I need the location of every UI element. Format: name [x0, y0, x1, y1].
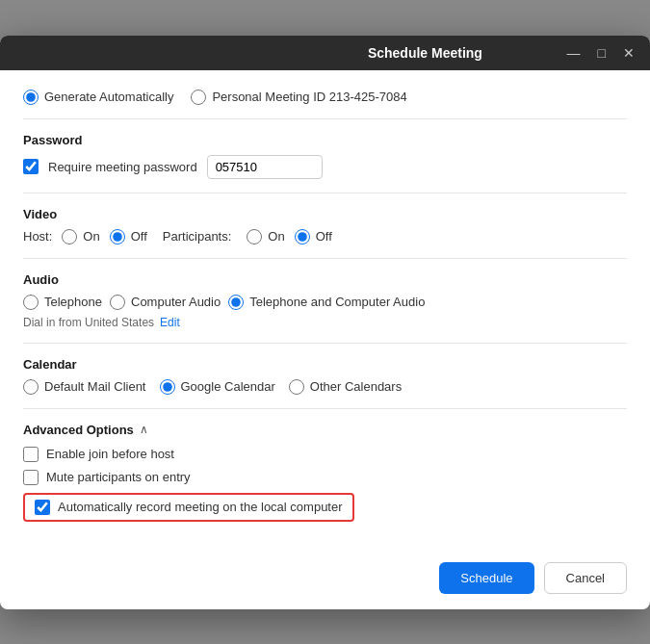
footer: Schedule Cancel — [0, 551, 650, 609]
auto-record-highlighted: Automatically record meeting on the loca… — [23, 493, 354, 522]
auto-record-label: Automatically record meeting on the loca… — [58, 500, 343, 514]
participants-off-label: Off — [316, 229, 332, 244]
titlebar-controls: — □ ✕ — [563, 44, 638, 62]
mute-participants-label: Mute participants on entry — [46, 470, 191, 484]
google-calendar-label: Google Calendar — [181, 379, 275, 394]
mute-participants-row: Mute participants on entry — [23, 470, 627, 485]
host-label: Host: — [23, 229, 52, 244]
advanced-options-section: Advanced Options ∧ Enable join before ho… — [23, 423, 627, 535]
default-mail-group: Default Mail Client — [23, 379, 146, 395]
meeting-id-row: Generate Automatically Personal Meeting … — [23, 90, 627, 105]
calendar-section-label: Calendar — [23, 357, 627, 372]
minimize-button[interactable]: — — [563, 44, 585, 62]
meeting-id-section: Generate Automatically Personal Meeting … — [23, 90, 627, 119]
enable-join-checkbox[interactable] — [23, 447, 39, 462]
maximize-button[interactable]: □ — [594, 44, 610, 62]
dial-in-text: Dial in from United States — [23, 316, 154, 329]
default-mail-radio[interactable] — [23, 379, 39, 395]
generate-automatically-group: Generate Automatically — [23, 90, 173, 105]
calendar-section: Calendar Default Mail Client Google Cale… — [23, 357, 627, 409]
participants-off-group: Off — [295, 229, 332, 245]
auto-record-row: Automatically record meeting on the loca… — [23, 493, 627, 522]
video-row: Host: On Off Participants: On Off — [23, 229, 627, 245]
telephone-group: Telephone — [23, 295, 102, 310]
require-password-checkbox[interactable] — [23, 159, 39, 174]
host-on-label: On — [83, 229, 99, 244]
advanced-options-header[interactable]: Advanced Options ∧ — [23, 423, 627, 437]
host-off-group: Off — [110, 229, 147, 245]
chevron-up-icon: ∧ — [140, 423, 148, 436]
video-section: Video Host: On Off Participants: On — [23, 207, 627, 259]
window-title: Schedule Meeting — [287, 45, 562, 61]
audio-section: Audio Telephone Computer Audio Telephone… — [23, 272, 627, 344]
password-section-label: Password — [23, 133, 627, 147]
google-calendar-radio[interactable] — [160, 379, 175, 395]
password-input[interactable] — [207, 155, 323, 179]
participants-on-label: On — [268, 229, 284, 244]
audio-options-row: Telephone Computer Audio Telephone and C… — [23, 295, 627, 310]
personal-meeting-id-label: Personal Meeting ID 213-425-7084 — [212, 90, 406, 104]
enable-join-label: Enable join before host — [46, 447, 174, 461]
default-mail-label: Default Mail Client — [44, 379, 146, 394]
video-section-label: Video — [23, 207, 627, 221]
participants-on-group: On — [247, 229, 284, 245]
telephone-computer-group: Telephone and Computer Audio — [228, 295, 425, 310]
advanced-options-label: Advanced Options — [23, 423, 134, 437]
schedule-button[interactable]: Schedule — [439, 562, 533, 594]
telephone-computer-radio[interactable] — [228, 295, 244, 310]
telephone-computer-label: Telephone and Computer Audio — [249, 295, 425, 309]
host-off-radio[interactable] — [110, 229, 125, 245]
require-password-label: Require meeting password — [48, 160, 197, 174]
computer-audio-group: Computer Audio — [110, 295, 221, 310]
other-calendars-label: Other Calendars — [310, 379, 402, 394]
cancel-button[interactable]: Cancel — [544, 562, 627, 594]
enable-join-row: Enable join before host — [23, 447, 627, 462]
audio-section-label: Audio — [23, 272, 627, 287]
telephone-radio[interactable] — [23, 295, 39, 310]
edit-link[interactable]: Edit — [160, 316, 180, 329]
password-section: Password Require meeting password — [23, 133, 627, 193]
other-calendars-radio[interactable] — [289, 379, 304, 395]
host-off-label: Off — [131, 229, 147, 244]
titlebar: Schedule Meeting — □ ✕ — [0, 36, 650, 70]
auto-record-checkbox[interactable] — [35, 500, 50, 515]
google-calendar-group: Google Calendar — [160, 379, 275, 395]
content-area: Generate Automatically Personal Meeting … — [0, 70, 650, 551]
computer-audio-label: Computer Audio — [131, 295, 221, 309]
personal-meeting-id-radio[interactable] — [191, 90, 206, 105]
schedule-meeting-window: Schedule Meeting — □ ✕ Generate Automati… — [0, 36, 650, 609]
host-on-group: On — [62, 229, 99, 245]
telephone-label: Telephone — [44, 295, 102, 309]
advanced-options-list: Enable join before host Mute participant… — [23, 447, 627, 522]
dial-in-row: Dial in from United States Edit — [23, 316, 627, 329]
generate-automatically-radio[interactable] — [23, 90, 39, 105]
participants-off-radio[interactable] — [295, 229, 310, 245]
participants-on-radio[interactable] — [247, 229, 262, 245]
host-on-radio[interactable] — [62, 229, 77, 245]
calendar-options-row: Default Mail Client Google Calendar Othe… — [23, 379, 627, 395]
password-row: Require meeting password — [23, 155, 627, 179]
mute-participants-checkbox[interactable] — [23, 470, 39, 485]
personal-meeting-id-group: Personal Meeting ID 213-425-7084 — [191, 90, 406, 105]
computer-audio-radio[interactable] — [110, 295, 125, 310]
participants-label: Participants: — [163, 229, 232, 244]
other-calendars-group: Other Calendars — [289, 379, 402, 395]
generate-automatically-label: Generate Automatically — [44, 90, 173, 104]
close-button[interactable]: ✕ — [619, 44, 638, 62]
